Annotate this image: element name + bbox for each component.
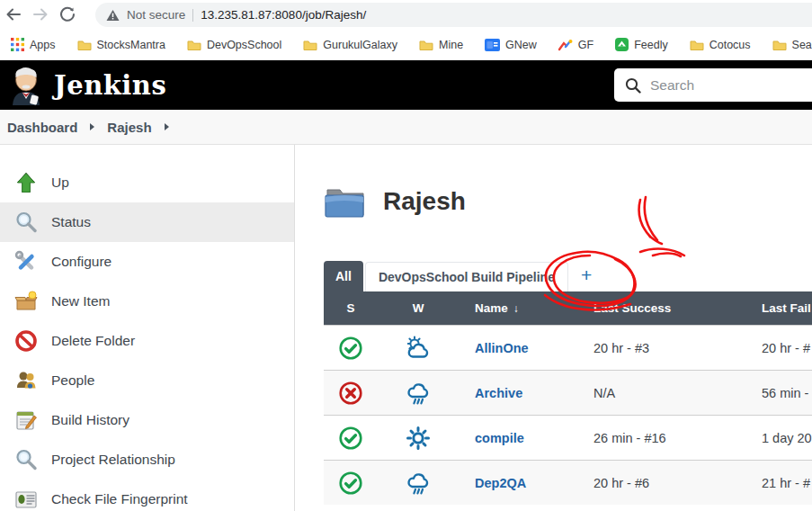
tab-all[interactable]: All: [324, 261, 363, 291]
bookmark-folder-icon: [419, 39, 433, 51]
jenkins-header: Jenkins: [0, 60, 812, 110]
magnifier-icon: [14, 448, 38, 471]
sidebar-item-up[interactable]: Up: [0, 163, 294, 202]
bookmark-label: GF: [578, 39, 593, 51]
feedly-icon: [615, 38, 629, 51]
tab-devopsschool-build-pipeline[interactable]: DevOpsSchool Build Pipeline: [365, 262, 568, 291]
column-header-last-success[interactable]: Last Success: [593, 301, 762, 315]
bookmark-folder-icon: [303, 39, 317, 51]
bookmark-label: StocksMantra: [97, 39, 165, 51]
table-row[interactable]: Dep2QA 20 hr - #6 21 hr - #: [324, 460, 812, 505]
build-success-icon[interactable]: [338, 336, 363, 361]
bookmark-cotocus[interactable]: Cotocus: [686, 39, 762, 51]
bookmark-stocksmantra[interactable]: StocksMantra: [74, 39, 176, 51]
folder-title-row: Rajesh: [324, 184, 812, 219]
last-success-cell[interactable]: 26 min - #16: [593, 431, 762, 445]
search-input[interactable]: [650, 77, 785, 94]
main-panel: Rajesh All DevOpsSchool Build Pipeline +…: [295, 145, 812, 511]
forward-button[interactable]: [27, 2, 54, 27]
bookmark-label: GNew: [505, 39, 537, 51]
browser-toolbar: Not secure 13.235.81.87:8080/job/Rajesh/: [0, 0, 812, 29]
apps-shortcut[interactable]: Apps: [7, 38, 67, 51]
forbidden-icon: [14, 329, 38, 353]
build-success-icon[interactable]: [338, 426, 363, 451]
bookmark-folder-icon: [772, 39, 787, 51]
sort-descending-icon: ↓: [513, 302, 519, 315]
bookmark-mine[interactable]: Mine: [415, 39, 474, 51]
apps-grid-icon: [11, 38, 24, 51]
forward-arrow-icon: [32, 6, 49, 22]
url-text: 13.235.81.87:8080/job/Rajesh/: [201, 8, 366, 22]
weather-partly-cloudy-icon: [405, 335, 432, 362]
search-icon: [625, 77, 641, 94]
breadcrumb-dashboard[interactable]: Dashboard: [7, 120, 77, 135]
back-arrow-icon: [5, 6, 22, 22]
job-link[interactable]: Archive: [475, 386, 522, 400]
header-search-box[interactable]: [614, 68, 812, 102]
breadcrumb-caret-icon[interactable]: [90, 123, 94, 130]
job-link[interactable]: compile: [475, 431, 524, 445]
bookmark-gnew[interactable]: GNew: [481, 39, 548, 51]
bookmark-label: Seach: [792, 39, 812, 51]
breadcrumb-rajesh[interactable]: Rajesh: [107, 120, 151, 135]
last-success-cell[interactable]: 20 hr - #6: [593, 476, 762, 490]
table-row[interactable]: AllinOne 20 hr - #3 20 hr - #: [324, 325, 812, 370]
sidebar-item-status[interactable]: Status: [0, 202, 294, 242]
sidebar-item-delete-folder[interactable]: Delete Folder: [0, 321, 294, 361]
bookmark-gf[interactable]: GF: [555, 39, 604, 51]
sidebar-item-project-relationship[interactable]: Project Relationship: [0, 440, 294, 480]
jenkins-butler-logo[interactable]: [7, 66, 45, 105]
sidebar-item-label: Configure: [51, 254, 112, 270]
last-success-cell[interactable]: N/A: [593, 386, 762, 400]
jenkins-title[interactable]: Jenkins: [54, 70, 166, 101]
job-link[interactable]: Dep2QA: [475, 476, 526, 490]
table-header-row: S W Name↓ Last Success Last Fail: [324, 291, 812, 325]
breadcrumb: Dashboard Rajesh: [0, 110, 812, 145]
last-fail-cell[interactable]: 56 min -: [762, 386, 812, 400]
bookmark-gurukulgalaxy[interactable]: GurukulGalaxy: [299, 39, 408, 51]
name-header-label: Name: [475, 301, 508, 315]
last-success-cell[interactable]: 20 hr - #3: [593, 341, 762, 355]
build-success-icon[interactable]: [338, 471, 363, 496]
build-history-notepad-icon: [14, 408, 38, 432]
last-fail-cell[interactable]: 1 day 20: [762, 431, 812, 445]
sidebar-item-label: Status: [51, 214, 91, 230]
table-row[interactable]: compile 26 min - #16 1 day 20: [324, 415, 812, 460]
sidebar-item-configure[interactable]: Configure: [0, 242, 294, 282]
bookmark-devopsschool[interactable]: DevOpsSchool: [183, 39, 292, 51]
weather-sunny-icon: [405, 425, 432, 452]
bookmark-folder-icon: [690, 39, 704, 51]
column-header-last-fail[interactable]: Last Fail: [762, 301, 812, 315]
job-link[interactable]: AllinOne: [475, 341, 529, 355]
people-icon: [14, 369, 38, 392]
fingerprint-doc-icon: [14, 488, 38, 511]
column-header-status[interactable]: S: [324, 301, 378, 315]
last-fail-cell[interactable]: 21 hr - #: [762, 476, 812, 490]
refresh-button[interactable]: [54, 2, 81, 27]
up-arrow-icon: [14, 171, 38, 194]
bookmark-seach[interactable]: Seach: [769, 39, 812, 51]
sidebar-item-check-file-fingerprint[interactable]: Check File Fingerprint: [0, 480, 294, 511]
folder-icon: [324, 184, 367, 219]
build-failed-icon[interactable]: [338, 381, 363, 406]
apps-label: Apps: [30, 39, 56, 51]
magnifier-icon: [14, 211, 38, 234]
sidebar-item-new-item[interactable]: New Item: [0, 282, 294, 321]
last-fail-cell[interactable]: 20 hr - #: [762, 341, 812, 355]
weather-rain-icon: [405, 380, 432, 407]
address-bar[interactable]: Not secure 13.235.81.87:8080/job/Rajesh/: [95, 3, 812, 27]
add-view-button[interactable]: +: [568, 263, 604, 291]
bookmark-label: GurukulGalaxy: [323, 39, 397, 51]
sidebar-item-label: Check File Fingerprint: [51, 491, 188, 507]
bookmark-folder-icon: [187, 39, 201, 51]
column-header-name[interactable]: Name↓: [459, 301, 593, 315]
bookmark-feedly[interactable]: Feedly: [611, 38, 679, 51]
column-header-weather[interactable]: W: [378, 301, 459, 315]
back-button[interactable]: [0, 2, 27, 27]
table-row[interactable]: Archive N/A 56 min -: [324, 370, 812, 415]
tools-icon: [14, 250, 38, 273]
sidebar: Up Status Configure New Item: [0, 145, 295, 511]
sidebar-item-people[interactable]: People: [0, 361, 294, 400]
breadcrumb-caret-icon[interactable]: [165, 123, 169, 130]
sidebar-item-build-history[interactable]: Build History: [0, 400, 294, 440]
